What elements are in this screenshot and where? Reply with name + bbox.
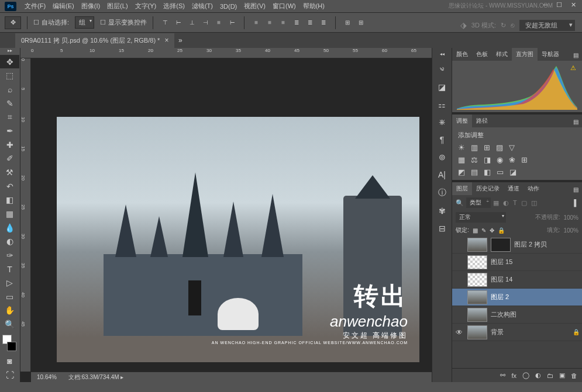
move-tool[interactable]: ✥ <box>0 55 19 69</box>
search-icon[interactable]: 🔍 <box>456 199 464 207</box>
tab-paths[interactable]: 路径 <box>472 115 492 127</box>
menu-edit[interactable]: 编辑(E) <box>49 0 78 12</box>
auto-select-checkbox[interactable]: ☐ 自动选择: <box>33 18 69 27</box>
tab-adjustments[interactable]: 调整 <box>452 115 472 127</box>
filter-shape-icon[interactable]: ▢ <box>521 199 527 207</box>
dist-6-icon[interactable]: ≣ <box>318 18 329 28</box>
menu-filter[interactable]: 滤镜(T) <box>188 0 216 12</box>
layer-mask-thumbnail[interactable] <box>491 238 511 252</box>
new-layer-icon[interactable]: ▣ <box>559 372 565 379</box>
filter-toggle[interactable]: ▌ <box>574 199 578 206</box>
tab-history[interactable]: 历史记录 <box>472 182 504 195</box>
measure-icon[interactable]: ⊟ <box>439 224 446 233</box>
panel-menu-icon[interactable]: ▤ <box>570 50 582 61</box>
invert-icon[interactable]: ◩ <box>458 168 465 176</box>
layer-item[interactable]: 图层 14 <box>452 271 582 289</box>
menu-layer[interactable]: 图层(L) <box>104 0 131 12</box>
photo-filter-icon[interactable]: ◉ <box>497 155 503 164</box>
filter-text-icon[interactable]: T <box>513 199 517 207</box>
history-brush-tool[interactable]: ↶ <box>0 179 19 193</box>
layer-thumbnail[interactable] <box>467 290 487 304</box>
dist-4-icon[interactable]: ≣ <box>291 18 302 28</box>
info-icon[interactable]: ⓘ <box>438 188 446 198</box>
menu-window[interactable]: 窗口(W) <box>269 0 299 12</box>
cc-icon[interactable]: ⊚ <box>439 152 446 162</box>
dist-5-icon[interactable]: ≣ <box>304 18 316 28</box>
shape-tool[interactable]: ▭ <box>0 290 19 304</box>
filter-smart-icon[interactable]: ◫ <box>531 199 537 207</box>
layer-name[interactable]: 图层 2 <box>491 293 509 301</box>
layer-name[interactable]: 图层 14 <box>491 275 512 284</box>
align-bottom-icon[interactable]: ⊥ <box>186 18 198 28</box>
layer-item[interactable]: 二次构图 <box>452 306 582 324</box>
panel-menu-icon[interactable]: ▤ <box>570 116 582 127</box>
dist-2-icon[interactable]: ≡ <box>264 18 275 28</box>
menu-help[interactable]: 帮助(H) <box>299 0 328 12</box>
pen-tool[interactable]: ✑ <box>0 248 19 262</box>
layer-name[interactable]: 背景 <box>491 328 504 337</box>
layer-name[interactable]: 图层 2 拷贝 <box>514 240 547 249</box>
tab-swatches[interactable]: 色板 <box>472 48 492 61</box>
canvas-image[interactable]: 转出 anwenchao 安文超 高端修图 AN WENCHAO HIGH-EN… <box>57 117 419 362</box>
lock-pos-icon[interactable]: ✥ <box>490 227 494 234</box>
healing-tool[interactable]: ✚ <box>0 138 19 152</box>
lock-all-icon[interactable]: 🔒 <box>498 227 505 234</box>
layer-item[interactable]: 图层 2 拷贝 <box>452 236 582 254</box>
hue-icon[interactable]: ▦ <box>458 155 465 164</box>
quick-select-tool[interactable]: ✎ <box>0 96 19 110</box>
arrange-2-icon[interactable]: ⊞ <box>355 18 367 28</box>
blend-mode-select[interactable]: 正常 <box>456 212 506 223</box>
filter-pixel-icon[interactable]: ▦ <box>493 199 499 207</box>
lasso-tool[interactable]: ⌕ <box>0 82 19 96</box>
zoom-level[interactable]: 10.64% <box>37 374 57 380</box>
levels-icon[interactable]: ▥ <box>471 143 478 152</box>
clone-icon[interactable]: ⚏ <box>438 100 446 109</box>
document-tab[interactable]: 0R9A0111 拷 贝.psd @ 10.6% (图层 2, RGB/8) *… <box>15 33 174 48</box>
checkbox-icon[interactable]: ☐ <box>100 19 106 26</box>
layer-visibility-icon[interactable]: 👁 <box>454 328 464 337</box>
tab-actions[interactable]: 动作 <box>524 182 543 195</box>
lock-brush-icon[interactable]: ✎ <box>481 227 486 234</box>
layer-thumbnail[interactable] <box>467 273 487 287</box>
menu-view[interactable]: 视图(V) <box>240 0 269 12</box>
eraser-tool[interactable]: ◧ <box>0 193 19 207</box>
tab-color[interactable]: 颜色 <box>452 48 472 61</box>
threeD-nav-icon[interactable]: ⬗ <box>460 20 467 30</box>
warning-icon[interactable]: ⚠ <box>570 64 576 72</box>
character-icon[interactable]: A| <box>438 170 446 179</box>
canvas-area[interactable]: 0510152025303540455055606570 05101520253… <box>20 48 432 382</box>
opacity-value[interactable]: 100% <box>563 214 578 221</box>
layer-list[interactable]: 图层 2 拷贝图层 15图层 14图层 2二次构图👁背景🔒 <box>452 236 582 368</box>
arrange-1-icon[interactable]: ⊞ <box>342 18 353 28</box>
curves-icon[interactable]: ⊞ <box>484 143 490 152</box>
mixer-icon[interactable]: ❀ <box>509 155 515 164</box>
checkbox-icon[interactable]: ☐ <box>33 19 39 26</box>
screenmode-tool[interactable]: ⛶ <box>0 368 19 382</box>
menu-text[interactable]: 文字(Y) <box>132 0 160 12</box>
tab-channels[interactable]: 通道 <box>504 182 524 195</box>
maximize-icon[interactable]: ☐ <box>556 1 562 9</box>
blur-tool[interactable]: 💧 <box>0 221 19 235</box>
paragraph-icon[interactable]: ¶ <box>440 135 445 144</box>
hand-tool[interactable]: ✋ <box>0 304 19 318</box>
tab-navigator[interactable]: 导航器 <box>538 48 563 61</box>
posterize-icon[interactable]: ▤ <box>471 168 478 176</box>
auto-select-target[interactable]: 组 <box>75 16 94 29</box>
doc-pin-icon[interactable]: » <box>174 36 186 44</box>
libraries-icon[interactable]: ✾ <box>439 206 446 216</box>
lock-pixels-icon[interactable]: ▦ <box>473 227 478 234</box>
layer-name[interactable]: 二次构图 <box>491 310 516 319</box>
zoom-tool[interactable]: 🔍 <box>0 317 19 331</box>
doc-stats[interactable]: 文档:63.3M/734.4M ▸ <box>68 373 124 381</box>
filter-type-select[interactable]: 类型 <box>466 197 491 208</box>
arrange-icon[interactable]: ⛯ <box>438 117 446 127</box>
layer-thumbnail[interactable] <box>467 238 487 252</box>
menu-file[interactable]: 文件(F) <box>21 0 49 12</box>
brush-tool[interactable]: ✐ <box>0 151 19 165</box>
gradientmap-icon[interactable]: ▭ <box>497 168 504 176</box>
color-swatch[interactable] <box>2 335 18 351</box>
close-tab-icon[interactable]: × <box>164 36 168 44</box>
delete-layer-icon[interactable]: 🗑 <box>571 372 577 379</box>
brush-settings-icon[interactable]: ༄ <box>440 65 444 74</box>
marquee-tool[interactable]: ⬚ <box>0 68 19 82</box>
